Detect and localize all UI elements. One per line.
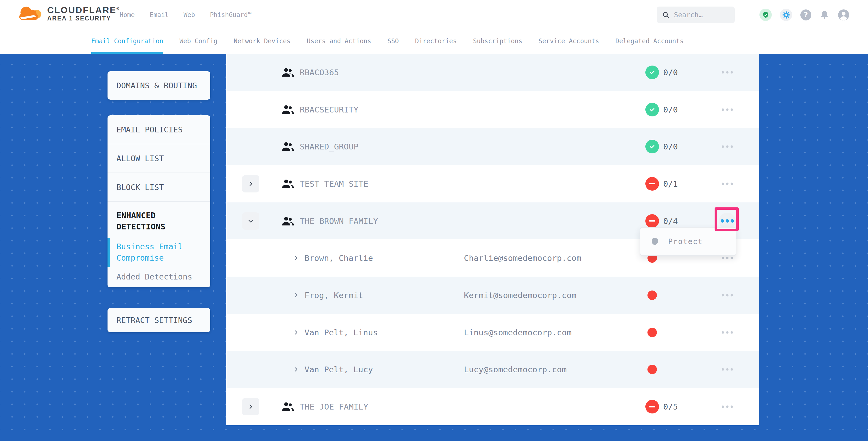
tab-delegated-accounts[interactable]: Delegated Accounts (616, 30, 684, 54)
shield-icon (650, 236, 659, 247)
member-name: Van Pelt, Linus (305, 328, 378, 337)
minus-icon (649, 406, 655, 407)
row-context-menu: Protect (640, 227, 736, 256)
protect-menu-item[interactable]: Protect (668, 237, 703, 246)
settings-gear-icon[interactable] (780, 9, 792, 21)
row-menu-button[interactable] (718, 331, 736, 334)
nav-item-home[interactable]: Home (120, 11, 135, 19)
row-menu-button[interactable] (718, 368, 736, 371)
sidebar-item-email-policies[interactable]: EMAIL POLICIES (107, 115, 210, 144)
brand-subtitle: AREA 1 SECURITY (47, 15, 120, 22)
chevron-right-icon (248, 181, 254, 187)
expand-row-button[interactable] (242, 398, 259, 415)
alert-status-dot (647, 290, 657, 300)
sidebar-item-allow-list[interactable]: ALLOW LIST (107, 144, 210, 173)
status-unprotected-badge (645, 214, 659, 228)
member-caret-icon[interactable] (293, 329, 299, 335)
alert-status-dot (647, 365, 657, 374)
brand-name: CLOUDFLARE® (47, 5, 120, 14)
member-count: 0/0 (663, 68, 678, 77)
status-protected-badge (645, 103, 659, 117)
member-count: 0/0 (663, 142, 678, 151)
row-menu-button[interactable] (718, 183, 736, 185)
sidebar-item-added-detections[interactable]: Added Detections (117, 271, 202, 283)
group-name: RBACO365 (300, 68, 339, 77)
sidebar-item-domains-routing[interactable]: DOMAINS & ROUTING (107, 71, 210, 100)
row-menu-button[interactable] (718, 406, 736, 408)
security-status-shield-icon[interactable] (760, 9, 772, 21)
cloudflare-cloud-icon (16, 5, 43, 22)
member-count: 0/1 (663, 179, 678, 189)
top-header: CLOUDFLARE® AREA 1 SECURITY Home Email W… (0, 0, 868, 30)
group-people-icon (281, 140, 294, 153)
row-menu-button[interactable] (718, 257, 736, 259)
minus-icon (649, 183, 655, 184)
status-unprotected-badge (645, 400, 659, 413)
group-name: THE BROWN FAMILY (300, 216, 378, 226)
member-name: Van Pelt, Lucy (305, 365, 373, 374)
member-email: Charlie@somedemocorp.com (464, 253, 581, 263)
row-menu-button[interactable] (718, 146, 736, 148)
member-count: 0/4 (663, 216, 678, 226)
alert-status-dot (647, 328, 657, 337)
account-avatar-icon[interactable] (838, 9, 850, 21)
member-email: Linus@somedemocorp.com (464, 328, 572, 337)
search-box[interactable] (657, 6, 735, 23)
member-caret-icon[interactable] (293, 255, 299, 261)
tab-sso[interactable]: SSO (387, 30, 399, 54)
notifications-bell-icon[interactable] (819, 10, 830, 20)
area1-security-app: CLOUDFLARE® AREA 1 SECURITY Home Email W… (0, 0, 868, 441)
sidebar-item-business-email-compromise[interactable]: Business Email Compromise (117, 241, 202, 264)
collapse-row-button[interactable] (242, 212, 259, 230)
member-caret-icon[interactable] (293, 367, 299, 372)
member-name: Brown, Charlie (305, 253, 373, 263)
group-people-icon (281, 66, 294, 78)
member-name: Frog, Kermit (305, 290, 363, 300)
chevron-down-icon (248, 218, 254, 224)
group-row: TEST TEAM SITE 0/1 (226, 165, 759, 202)
header-icon-cluster (760, 0, 850, 30)
cloudflare-logo[interactable]: CLOUDFLARE® AREA 1 SECURITY (16, 5, 120, 22)
expand-row-button[interactable] (242, 175, 259, 192)
group-name: TEST TEAM SITE (300, 179, 368, 189)
group-row: RBACSECURITY 0/0 (226, 91, 759, 128)
row-menu-button[interactable] (718, 294, 736, 296)
sidebar-policies-card: EMAIL POLICIES ALLOW LIST BLOCK LIST ENH… (107, 115, 210, 287)
member-email: Kermit@somedemocorp.com (464, 290, 577, 300)
primary-nav: Home Email Web PhishGuard™ (120, 0, 251, 30)
search-input[interactable] (674, 11, 727, 19)
status-unprotected-badge (645, 177, 659, 191)
row-menu-button[interactable] (718, 71, 736, 73)
nav-item-web[interactable]: Web (184, 11, 195, 19)
groups-table: RBACO365 0/0 RBACSECURITY 0/0 (226, 54, 759, 425)
active-item-accent-bar (107, 238, 110, 267)
group-row: RBACO365 0/0 (226, 54, 759, 91)
group-row: SHARED_GROUP 0/0 (226, 128, 759, 165)
enhanced-detections-heading: ENHANCED DETECTIONS (117, 210, 195, 232)
status-protected-badge (645, 66, 659, 79)
member-caret-icon[interactable] (293, 292, 299, 298)
member-email: Lucy@somedemocorp.com (464, 365, 567, 374)
tab-users-and-actions[interactable]: Users and Actions (307, 30, 371, 54)
tab-network-devices[interactable]: Network Devices (234, 30, 290, 54)
tab-service-accounts[interactable]: Service Accounts (539, 30, 599, 54)
help-icon[interactable] (800, 9, 811, 21)
row-menu-button[interactable] (718, 108, 736, 111)
annotation-highlight-box (715, 208, 739, 231)
tab-web-config[interactable]: Web Config (180, 30, 218, 54)
sidebar-item-retract-settings[interactable]: RETRACT SETTINGS (107, 308, 210, 332)
member-count: 0/0 (663, 105, 678, 114)
status-protected-badge (645, 140, 659, 153)
tab-subscriptions[interactable]: Subscriptions (473, 30, 522, 54)
group-people-icon (281, 215, 294, 227)
sidebar-item-block-list[interactable]: BLOCK LIST (107, 173, 210, 202)
group-row: THE JOE FAMILY 0/5 (226, 388, 759, 425)
group-people-icon (281, 103, 294, 116)
group-name: THE JOE FAMILY (300, 402, 368, 411)
tab-directories[interactable]: Directories (415, 30, 457, 54)
nav-item-phishguard[interactable]: PhishGuard™ (210, 11, 251, 19)
group-people-icon (281, 400, 294, 413)
member-row: Van Pelt, Lucy Lucy@somedemocorp.com (226, 351, 759, 388)
tab-email-configuration[interactable]: Email Configuration (91, 30, 163, 54)
nav-item-email[interactable]: Email (150, 11, 168, 19)
